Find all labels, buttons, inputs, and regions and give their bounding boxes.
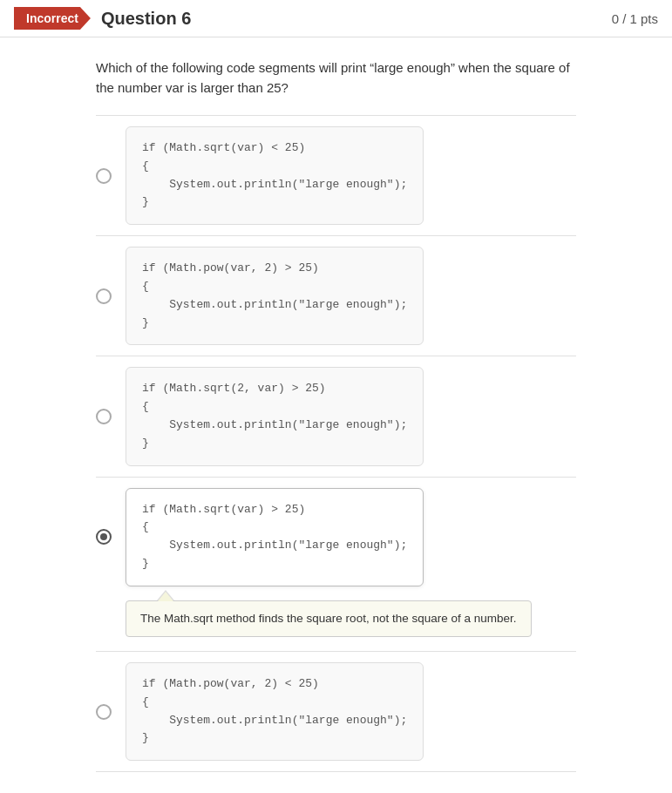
option-row-selected[interactable]: if (Math.sqrt(var) > 25) { System.out.pr… (96, 477, 576, 651)
options-list: if (Math.sqrt(var) < 25) { System.out.pr… (96, 115, 576, 772)
radio-option-5[interactable] (96, 704, 112, 720)
option-row[interactable]: if (Math.sqrt(var) < 25) { System.out.pr… (96, 115, 576, 235)
question-body: Which of the following code segments wil… (0, 37, 672, 793)
radio-option-1[interactable] (96, 168, 112, 184)
code-block-3: if (Math.sqrt(2, var) > 25) { System.out… (126, 367, 424, 465)
question-title: Question 6 (101, 9, 191, 29)
points-label: 0 / 1 pts (612, 11, 658, 26)
code-block-4: if (Math.sqrt(var) > 25) { System.out.pr… (126, 488, 424, 586)
radio-option-4[interactable] (96, 529, 112, 545)
incorrect-badge: Incorrect (14, 7, 91, 30)
question-text: Which of the following code segments wil… (96, 58, 576, 98)
page-container: Incorrect Question 6 0 / 1 pts Which of … (0, 0, 672, 793)
code-block-2: if (Math.pow(var, 2) > 25) { System.out.… (126, 247, 424, 345)
radio-option-3[interactable] (96, 409, 112, 424)
tooltip-text: The Math.sqrt method finds the square ro… (140, 612, 517, 625)
code-block-1: if (Math.sqrt(var) < 25) { System.out.pr… (126, 126, 424, 225)
option-row[interactable]: if (Math.pow(var, 2) < 25) { System.out.… (96, 651, 576, 772)
code-block-5: if (Math.pow(var, 2) < 25) { System.out.… (126, 662, 424, 761)
question-header: Incorrect Question 6 0 / 1 pts (0, 0, 672, 37)
option-row[interactable]: if (Math.pow(var, 2) > 25) { System.out.… (96, 235, 576, 356)
tooltip-wrapper: The Math.sqrt method finds the square ro… (126, 590, 532, 637)
radio-option-2[interactable] (96, 288, 112, 304)
tooltip-box: The Math.sqrt method finds the square ro… (126, 600, 532, 637)
option-row[interactable]: if (Math.sqrt(2, var) > 25) { System.out… (96, 356, 576, 476)
question-title-area: Incorrect Question 6 (14, 7, 191, 30)
tooltip-arrow (157, 590, 174, 600)
